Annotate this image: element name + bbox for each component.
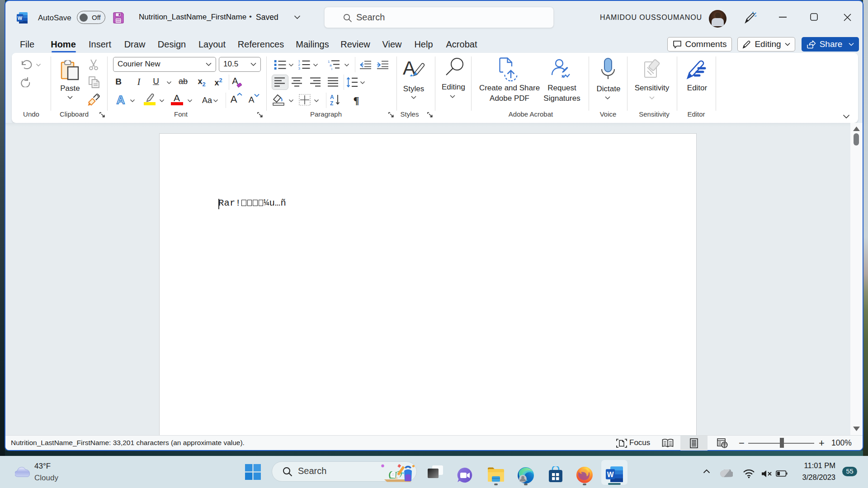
svg-text:W: W xyxy=(607,471,614,479)
svg-text:i: i xyxy=(331,67,332,70)
svg-text:A: A xyxy=(330,94,334,100)
svg-text:W: W xyxy=(18,15,23,21)
svg-text:3: 3 xyxy=(298,66,301,70)
svg-text:Z: Z xyxy=(330,100,333,106)
svg-text:A: A xyxy=(117,94,125,106)
svg-text:x: x xyxy=(561,73,565,79)
